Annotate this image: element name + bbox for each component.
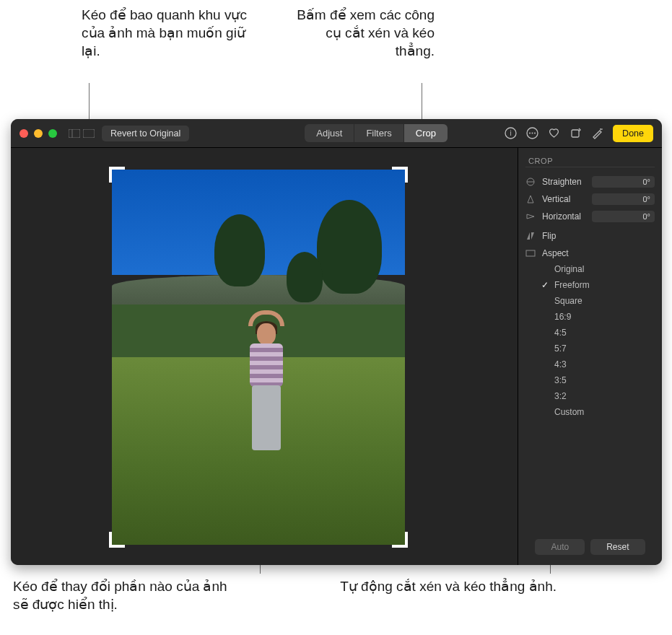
callout-drag-corner: Kéo để bao quanh khu vực của ảnh mà bạn … xyxy=(82,6,248,60)
aspect-item-5-7[interactable]: ✓5:7 xyxy=(541,341,655,356)
rotate-icon[interactable] xyxy=(570,127,582,139)
aspect-item-custom[interactable]: ✓Custom xyxy=(541,404,655,420)
tab-filters[interactable]: Filters xyxy=(354,124,403,142)
more-icon[interactable] xyxy=(526,127,538,139)
vertical-icon xyxy=(525,194,537,204)
close-icon[interactable] xyxy=(19,129,28,138)
sidebar-toggle-icon[interactable] xyxy=(69,129,80,138)
straighten-icon xyxy=(525,177,537,187)
aspect-item-label: 3:5 xyxy=(554,375,567,385)
flip-button[interactable]: Flip xyxy=(525,231,655,241)
traffic-lights xyxy=(19,129,57,138)
horizontal-value: 0° xyxy=(592,211,655,222)
aspect-item-3-2[interactable]: ✓3:2 xyxy=(541,388,655,404)
sidebar-title: CROP xyxy=(525,155,655,167)
info-icon[interactable]: i xyxy=(505,127,517,139)
callout-drag-area: Kéo để thay đổi phần nào của ảnh sẽ được… xyxy=(13,577,244,613)
horizontal-slider[interactable]: Horizontal 0° xyxy=(525,211,655,222)
horizontal-label: Horizontal xyxy=(542,211,587,222)
photo-viewer xyxy=(11,148,518,565)
photo-image[interactable] xyxy=(112,170,405,545)
aspect-item-label: 4:3 xyxy=(554,359,567,369)
svg-point-7 xyxy=(532,133,533,134)
aspect-item-freeform[interactable]: ✓Freeform xyxy=(541,277,655,293)
aspect-item-label: 16:9 xyxy=(554,312,571,322)
svg-rect-2 xyxy=(83,129,95,138)
tab-crop[interactable]: Crop xyxy=(403,124,448,142)
aspect-item-4-3[interactable]: ✓4:3 xyxy=(541,356,655,372)
aspect-item-label: 5:7 xyxy=(554,343,567,354)
svg-text:i: i xyxy=(510,129,511,137)
crop-frame[interactable] xyxy=(112,170,405,545)
aspect-list: ✓Original✓Freeform✓Square✓16:9✓4:5✓5:7✓4… xyxy=(541,261,655,420)
svg-rect-12 xyxy=(526,250,535,256)
straighten-value: 0° xyxy=(592,176,655,188)
vertical-slider[interactable]: Vertical 0° xyxy=(525,193,655,205)
aspect-item-4-5[interactable]: ✓4:5 xyxy=(541,325,655,341)
vertical-label: Vertical xyxy=(542,194,587,204)
aspect-header[interactable]: Aspect xyxy=(525,248,655,258)
crop-sidebar: CROP Straighten 0° Vertical 0° Horizonta… xyxy=(518,148,662,565)
callout-auto: Tự động cắt xén và kéo thẳng ảnh. xyxy=(340,577,557,595)
flip-icon xyxy=(525,231,537,241)
tab-adjust[interactable]: Adjust xyxy=(305,124,354,142)
svg-point-8 xyxy=(534,133,536,134)
aspect-label: Aspect xyxy=(542,248,569,258)
thumbnail-toggle-icon[interactable] xyxy=(83,129,95,138)
aspect-item-label: Square xyxy=(554,296,582,306)
flip-label: Flip xyxy=(542,231,556,241)
maximize-icon[interactable] xyxy=(48,129,57,138)
aspect-item-3-5[interactable]: ✓3:5 xyxy=(541,372,655,388)
aspect-item-16-9[interactable]: ✓16:9 xyxy=(541,309,655,325)
straighten-label: Straighten xyxy=(542,177,587,187)
reset-button[interactable]: Reset xyxy=(590,539,645,555)
revert-button[interactable]: Revert to Original xyxy=(102,126,189,141)
aspect-item-label: Original xyxy=(554,264,584,274)
titlebar: Revert to Original Adjust Filters Crop i… xyxy=(11,119,662,148)
straighten-slider[interactable]: Straighten 0° xyxy=(525,176,655,188)
minimize-icon[interactable] xyxy=(34,129,43,138)
enhance-icon[interactable] xyxy=(591,127,603,139)
svg-rect-0 xyxy=(69,129,80,138)
photos-edit-window: Revert to Original Adjust Filters Crop i… xyxy=(11,119,662,565)
aspect-icon xyxy=(525,248,537,258)
aspect-item-square[interactable]: ✓Square xyxy=(541,293,655,309)
crop-handle-top-left[interactable] xyxy=(109,167,125,183)
svg-point-6 xyxy=(529,133,531,134)
edit-mode-tabs: Adjust Filters Crop xyxy=(305,124,448,142)
aspect-item-original[interactable]: ✓Original xyxy=(541,261,655,277)
favorite-icon[interactable] xyxy=(548,127,560,139)
callout-crop-tab: Bấm để xem các công cụ cắt xén và kéo th… xyxy=(287,6,435,60)
auto-button[interactable]: Auto xyxy=(535,539,585,555)
crop-handle-bottom-right[interactable] xyxy=(392,532,408,548)
aspect-item-label: Freeform xyxy=(554,280,590,290)
check-icon: ✓ xyxy=(541,280,550,290)
aspect-item-label: Custom xyxy=(554,407,584,417)
horizontal-icon xyxy=(525,211,537,222)
aspect-item-label: 3:2 xyxy=(554,391,567,401)
crop-handle-top-right[interactable] xyxy=(392,167,408,183)
vertical-value: 0° xyxy=(592,193,655,205)
aspect-item-label: 4:5 xyxy=(554,328,567,338)
crop-handle-bottom-left[interactable] xyxy=(109,532,125,548)
done-button[interactable]: Done xyxy=(613,125,653,142)
svg-rect-9 xyxy=(572,130,579,137)
